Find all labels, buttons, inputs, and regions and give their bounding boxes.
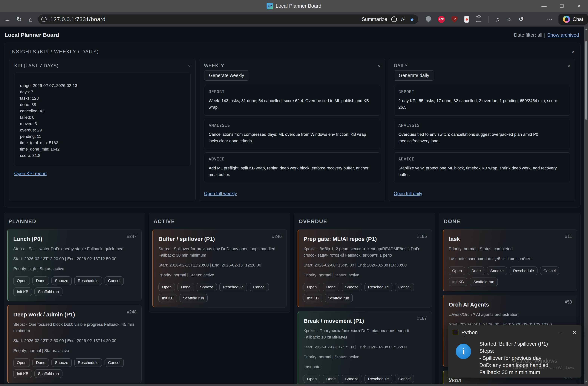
task-card: #185Prep gate: ML/AI repos (P1)Кроки: - … <box>297 229 432 307</box>
card-button-open[interactable]: Open <box>304 283 320 291</box>
card-button-scaffold-run[interactable]: Scaffold run <box>180 294 208 302</box>
minimize-button[interactable]: — <box>535 0 553 12</box>
open-full-weekly-link[interactable]: Open full weekly <box>204 191 237 196</box>
open-kpi-report-link[interactable]: Open KPI report <box>14 171 46 176</box>
card-button-cancel[interactable]: Cancel <box>395 375 414 383</box>
card-button-init-kb[interactable]: Init KB <box>158 294 177 302</box>
open-full-daily-link[interactable]: Open full daily <box>394 191 422 196</box>
card-button-open[interactable]: Open <box>449 266 465 275</box>
card-id: #246 <box>272 234 282 239</box>
card-button-scaffold-run[interactable]: Scaffold run <box>34 287 63 296</box>
url-text[interactable]: 127.0.0.1:7331/board <box>50 16 105 22</box>
card-button-done[interactable]: Done <box>323 375 339 383</box>
close-button[interactable]: × <box>570 0 588 12</box>
card-meta-line: Start: 2026-02-13T11:20:00 | End: 2026-0… <box>158 262 281 268</box>
card-button-reschedule[interactable]: Reschedule <box>364 283 392 291</box>
insights-collapse-icon[interactable]: v <box>572 49 574 54</box>
insight-section-label: ADVICE <box>209 157 376 161</box>
card-button-reschedule[interactable]: Reschedule <box>364 375 392 383</box>
card-button-cancel[interactable]: Cancel <box>540 266 559 275</box>
card-button-init-kb[interactable]: Init KB <box>304 294 322 302</box>
card-title: Buffer / spillover (P1) <box>158 236 281 242</box>
card-button-snooze[interactable]: Snooze <box>342 283 362 291</box>
card-button-init-kb[interactable]: Init KB <box>13 369 32 378</box>
card-button-cancel[interactable]: Cancel <box>105 358 124 367</box>
weekly-collapse-icon[interactable]: v <box>378 63 380 68</box>
card-stack: #247Lunch (P0)Steps: - Eat + water DoD: … <box>7 229 142 384</box>
maximize-button[interactable] <box>553 0 570 12</box>
page-scrollbar[interactable]: ▲ ▼ <box>584 26 588 384</box>
screen-recorder-icon[interactable] <box>464 16 469 23</box>
toast-close-button[interactable]: × <box>573 329 576 336</box>
site-info-icon[interactable]: i <box>41 17 46 22</box>
maximize-icon <box>560 4 564 8</box>
card-button-cancel[interactable]: Cancel <box>105 277 124 285</box>
card-button-open[interactable]: Open <box>304 375 320 383</box>
notification-toast[interactable]: Python ··· × i Started: Buffer / spillov… <box>448 325 582 378</box>
card-button-reschedule[interactable]: Reschedule <box>219 283 247 291</box>
browser-menu-button[interactable]: ⋯ <box>546 16 553 23</box>
card-meta-line: Priority: high | Status: active <box>13 266 136 272</box>
summarize-button[interactable]: Summarize <box>362 17 387 22</box>
address-bar[interactable]: i 127.0.0.1:7331/board Summarize A⁾ ★ <box>38 14 419 24</box>
info-icon: i <box>456 344 471 359</box>
card-button-reschedule[interactable]: Reschedule <box>74 277 102 285</box>
card-button-init-kb[interactable]: Init KB <box>13 287 32 296</box>
task-card: #246Buffer / spillover (P1)Steps: - Spil… <box>152 229 287 307</box>
card-button-snooze[interactable]: Snooze <box>342 375 362 383</box>
kpi-collapse-icon[interactable]: v <box>188 63 190 68</box>
toolbar-divider <box>488 16 488 23</box>
adblock-plus-icon[interactable]: ABP <box>438 16 445 23</box>
card-button-open[interactable]: Open <box>158 283 175 291</box>
card-id: #247 <box>127 234 137 239</box>
ublock-origin-icon[interactable]: UO <box>451 16 458 23</box>
home-button[interactable]: ⌂ <box>26 16 35 23</box>
card-button-done[interactable]: Done <box>32 358 49 367</box>
card-button-done[interactable]: Done <box>323 283 339 291</box>
card-button-scaffold-run[interactable]: Scaffold run <box>325 294 353 302</box>
column-header: PLANNED <box>8 218 141 224</box>
shield-extension-icon[interactable] <box>426 16 431 22</box>
history-icon[interactable]: ↺ <box>519 16 524 23</box>
toast-more-button[interactable]: ··· <box>558 329 565 336</box>
card-meta-line: Steps: - Spillover for previous day DoD:… <box>158 246 281 258</box>
card-button-open[interactable]: Open <box>13 277 30 285</box>
card-button-done[interactable]: Done <box>468 266 484 275</box>
card-button-reschedule[interactable]: Reschedule <box>510 266 538 275</box>
media-icon[interactable]: ♫ <box>495 16 500 23</box>
card-button-cancel[interactable]: Cancel <box>250 283 269 291</box>
insight-section-text: 2-day KPI: 55 tasks, 17 done, 32 cancell… <box>398 97 565 110</box>
card-button-init-kb[interactable]: Init KB <box>449 278 467 286</box>
card-button-cancel[interactable]: Cancel <box>395 283 414 291</box>
collections-icon[interactable]: ☆ <box>506 16 512 23</box>
insight-section-label: REPORT <box>209 89 376 94</box>
card-button-snooze[interactable]: Snooze <box>51 277 72 285</box>
scrollbar-up-icon[interactable]: ▲ <box>584 27 588 30</box>
read-aloud-icon[interactable]: A⁾ <box>401 17 405 22</box>
scrollbar-down-icon[interactable]: ▼ <box>584 380 588 383</box>
card-button-open[interactable]: Open <box>13 358 30 367</box>
daily-collapse-icon[interactable]: v <box>568 63 570 68</box>
extensions-puzzle-icon[interactable] <box>476 17 482 22</box>
scrollbar-thumb[interactable] <box>585 41 587 120</box>
copilot-chat-button[interactable]: Chat <box>558 14 588 25</box>
card-button-reschedule[interactable]: Reschedule <box>74 358 102 367</box>
card-button-scaffold-run[interactable]: Scaffold run <box>470 278 498 286</box>
card-button-snooze[interactable]: Snooze <box>487 266 507 275</box>
show-archived-link[interactable]: Show archived <box>547 32 579 38</box>
card-meta-line: Кроки: - Вибір 1–2 репо, чеклист cleanup… <box>304 246 426 258</box>
window-title: Local Planner Board <box>276 3 321 9</box>
generate-weekly-button[interactable]: Generate weekly <box>204 70 249 81</box>
copilot-icon[interactable] <box>391 17 397 22</box>
weekly-panel-title: WEEKLY <box>204 63 224 68</box>
card-button-done[interactable]: Done <box>32 277 49 285</box>
card-button-snooze[interactable]: Snooze <box>51 358 72 367</box>
refresh-button[interactable]: ↻ <box>15 16 23 23</box>
card-button-snooze[interactable]: Snooze <box>197 283 217 291</box>
favorite-star-icon[interactable]: ★ <box>410 16 415 23</box>
generate-daily-button[interactable]: Generate daily <box>394 70 434 81</box>
card-button-scaffold-run[interactable]: Scaffold run <box>34 369 63 378</box>
card-button-done[interactable]: Done <box>177 283 194 291</box>
python-app-icon <box>453 330 458 335</box>
forward-button[interactable]: → <box>3 16 12 23</box>
